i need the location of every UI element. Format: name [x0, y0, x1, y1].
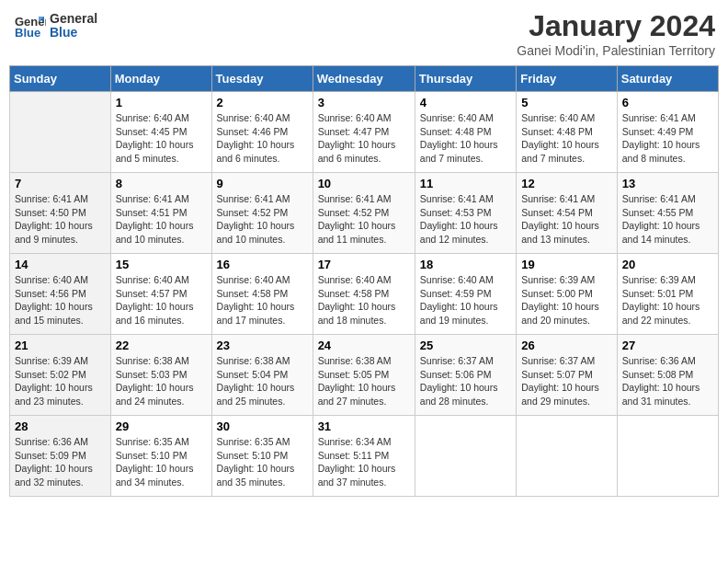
- day-cell-w2-d6: 12 Sunrise: 6:41 AMSunset: 4:54 PMDaylig…: [517, 173, 618, 254]
- header-row: Sunday Monday Tuesday Wednesday Thursday…: [10, 66, 719, 92]
- page-header: General Blue General Blue January 2024 G…: [9, 9, 719, 58]
- day-cell-w4-d5: 25 Sunrise: 6:37 AMSunset: 5:06 PMDaylig…: [415, 335, 516, 416]
- day-info: Sunrise: 6:40 AMSunset: 4:57 PMDaylight:…: [116, 273, 207, 327]
- col-thursday: Thursday: [415, 66, 516, 92]
- svg-text:Blue: Blue: [15, 26, 40, 40]
- day-info: Sunrise: 6:40 AMSunset: 4:48 PMDaylight:…: [420, 111, 511, 166]
- day-info: Sunrise: 6:40 AMSunset: 4:47 PMDaylight:…: [318, 111, 410, 166]
- day-cell-w3-d6: 19 Sunrise: 6:39 AMSunset: 5:00 PMDaylig…: [517, 254, 618, 335]
- day-cell-w4-d4: 24 Sunrise: 6:38 AMSunset: 5:05 PMDaylig…: [313, 335, 415, 416]
- day-info: Sunrise: 6:40 AMSunset: 4:58 PMDaylight:…: [318, 273, 410, 327]
- day-cell-w5-d4: 31 Sunrise: 6:34 AMSunset: 5:11 PMDaylig…: [313, 416, 415, 497]
- day-cell-w3-d2: 15 Sunrise: 6:40 AMSunset: 4:57 PMDaylig…: [110, 254, 211, 335]
- day-cell-w5-d3: 30 Sunrise: 6:35 AMSunset: 5:10 PMDaylig…: [211, 416, 313, 497]
- day-number: 2: [217, 96, 308, 109]
- week-row-3: 14 Sunrise: 6:40 AMSunset: 4:56 PMDaylig…: [10, 254, 719, 335]
- day-info: Sunrise: 6:40 AMSunset: 4:45 PMDaylight:…: [116, 111, 207, 166]
- col-friday: Friday: [517, 66, 618, 92]
- day-number: 15: [116, 258, 207, 271]
- day-info: Sunrise: 6:35 AMSunset: 5:10 PMDaylight:…: [217, 435, 308, 489]
- day-cell-w3-d1: 14 Sunrise: 6:40 AMSunset: 4:56 PMDaylig…: [10, 254, 111, 335]
- day-number: 14: [15, 258, 106, 271]
- day-info: Sunrise: 6:41 AMSunset: 4:52 PMDaylight:…: [217, 192, 308, 247]
- day-number: 25: [420, 339, 511, 352]
- col-tuesday: Tuesday: [211, 66, 313, 92]
- day-cell-w2-d3: 9 Sunrise: 6:41 AMSunset: 4:52 PMDayligh…: [211, 173, 313, 254]
- day-cell-w5-d7: [617, 416, 718, 497]
- day-number: 22: [116, 339, 207, 352]
- day-number: 19: [521, 258, 612, 271]
- day-info: Sunrise: 6:35 AMSunset: 5:10 PMDaylight:…: [116, 435, 207, 489]
- day-cell-w4-d3: 23 Sunrise: 6:38 AMSunset: 5:04 PMDaylig…: [211, 335, 313, 416]
- day-cell-w3-d5: 18 Sunrise: 6:40 AMSunset: 4:59 PMDaylig…: [415, 254, 516, 335]
- title-block: January 2024 Ganei Modi'in, Palestinian …: [517, 9, 715, 58]
- day-info: Sunrise: 6:41 AMSunset: 4:50 PMDaylight:…: [15, 192, 106, 247]
- week-row-5: 28 Sunrise: 6:36 AMSunset: 5:09 PMDaylig…: [10, 416, 719, 497]
- day-cell-w5-d6: [517, 416, 618, 497]
- day-number: 29: [116, 419, 207, 433]
- day-info: Sunrise: 6:38 AMSunset: 5:05 PMDaylight:…: [318, 354, 410, 408]
- day-number: 20: [622, 258, 713, 271]
- day-number: 21: [15, 339, 106, 352]
- col-monday: Monday: [110, 66, 211, 92]
- day-number: 3: [318, 96, 410, 109]
- week-row-1: 1 Sunrise: 6:40 AMSunset: 4:45 PMDayligh…: [10, 92, 719, 173]
- day-number: 18: [420, 258, 511, 271]
- day-cell-w2-d7: 13 Sunrise: 6:41 AMSunset: 4:55 PMDaylig…: [617, 173, 718, 254]
- day-number: 10: [318, 177, 410, 190]
- day-info: Sunrise: 6:40 AMSunset: 4:48 PMDaylight:…: [521, 111, 612, 166]
- day-number: 13: [622, 177, 713, 190]
- day-number: 1: [116, 96, 207, 109]
- logo-blue: Blue: [50, 26, 97, 40]
- logo-general: General: [50, 12, 97, 26]
- day-cell-w2-d2: 8 Sunrise: 6:41 AMSunset: 4:51 PMDayligh…: [110, 173, 211, 254]
- day-info: Sunrise: 6:36 AMSunset: 5:09 PMDaylight:…: [15, 435, 106, 489]
- week-row-4: 21 Sunrise: 6:39 AMSunset: 5:02 PMDaylig…: [10, 335, 719, 416]
- day-info: Sunrise: 6:36 AMSunset: 5:08 PMDaylight:…: [622, 354, 713, 408]
- day-number: 12: [521, 177, 612, 190]
- day-info: Sunrise: 6:40 AMSunset: 4:56 PMDaylight:…: [15, 273, 106, 327]
- day-number: 4: [420, 96, 511, 109]
- col-wednesday: Wednesday: [313, 66, 415, 92]
- day-info: Sunrise: 6:37 AMSunset: 5:06 PMDaylight:…: [420, 354, 511, 408]
- day-info: Sunrise: 6:34 AMSunset: 5:11 PMDaylight:…: [318, 435, 410, 489]
- day-info: Sunrise: 6:40 AMSunset: 4:46 PMDaylight:…: [217, 111, 308, 166]
- day-cell-w1-d4: 3 Sunrise: 6:40 AMSunset: 4:47 PMDayligh…: [313, 92, 415, 173]
- calendar-title: January 2024: [517, 9, 715, 43]
- day-number: 30: [217, 419, 308, 433]
- day-info: Sunrise: 6:39 AMSunset: 5:02 PMDaylight:…: [15, 354, 106, 408]
- day-info: Sunrise: 6:38 AMSunset: 5:04 PMDaylight:…: [217, 354, 308, 408]
- day-cell-w5-d2: 29 Sunrise: 6:35 AMSunset: 5:10 PMDaylig…: [110, 416, 211, 497]
- calendar-subtitle: Ganei Modi'in, Palestinian Territory: [517, 43, 715, 58]
- day-info: Sunrise: 6:41 AMSunset: 4:55 PMDaylight:…: [622, 192, 713, 247]
- day-number: 27: [622, 339, 713, 352]
- day-cell-w5-d1: 28 Sunrise: 6:36 AMSunset: 5:09 PMDaylig…: [10, 416, 111, 497]
- day-number: 23: [217, 339, 308, 352]
- col-sunday: Sunday: [10, 66, 111, 92]
- day-number: 8: [116, 177, 207, 190]
- day-info: Sunrise: 6:41 AMSunset: 4:53 PMDaylight:…: [420, 192, 511, 247]
- day-cell-w4-d2: 22 Sunrise: 6:38 AMSunset: 5:03 PMDaylig…: [110, 335, 211, 416]
- day-cell-w3-d7: 20 Sunrise: 6:39 AMSunset: 5:01 PMDaylig…: [617, 254, 718, 335]
- day-cell-w5-d5: [415, 416, 516, 497]
- day-cell-w4-d7: 27 Sunrise: 6:36 AMSunset: 5:08 PMDaylig…: [617, 335, 718, 416]
- day-number: 28: [15, 419, 106, 433]
- day-number: 11: [420, 177, 511, 190]
- day-cell-w1-d1: [10, 92, 111, 173]
- day-number: 31: [318, 419, 410, 433]
- day-info: Sunrise: 6:41 AMSunset: 4:52 PMDaylight:…: [318, 192, 410, 247]
- day-info: Sunrise: 6:41 AMSunset: 4:49 PMDaylight:…: [622, 111, 713, 166]
- logo: General Blue General Blue: [13, 9, 97, 42]
- day-number: 9: [217, 177, 308, 190]
- logo-icon: General Blue: [13, 9, 46, 42]
- day-cell-w1-d3: 2 Sunrise: 6:40 AMSunset: 4:46 PMDayligh…: [211, 92, 313, 173]
- day-number: 16: [217, 258, 308, 271]
- day-number: 17: [318, 258, 410, 271]
- day-number: 6: [622, 96, 713, 109]
- day-number: 5: [521, 96, 612, 109]
- day-info: Sunrise: 6:40 AMSunset: 4:59 PMDaylight:…: [420, 273, 511, 327]
- day-info: Sunrise: 6:41 AMSunset: 4:51 PMDaylight:…: [116, 192, 207, 247]
- day-info: Sunrise: 6:39 AMSunset: 5:01 PMDaylight:…: [622, 273, 713, 327]
- day-cell-w2-d5: 11 Sunrise: 6:41 AMSunset: 4:53 PMDaylig…: [415, 173, 516, 254]
- day-cell-w2-d1: 7 Sunrise: 6:41 AMSunset: 4:50 PMDayligh…: [10, 173, 111, 254]
